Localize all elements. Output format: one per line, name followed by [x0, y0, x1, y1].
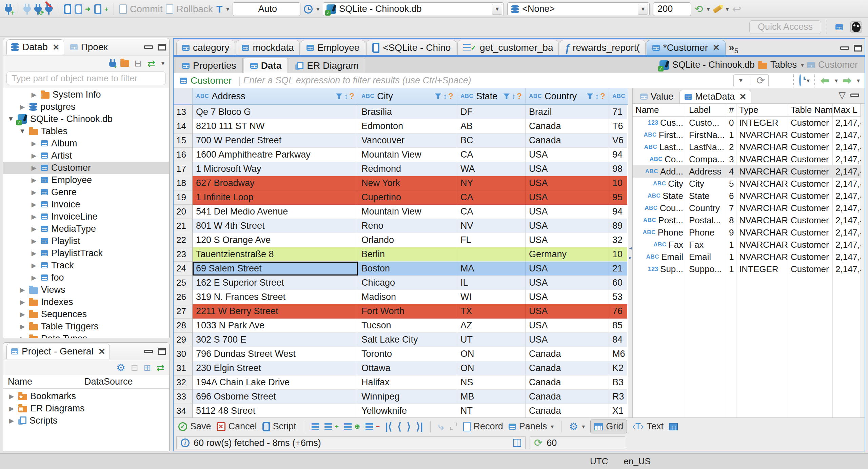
add-row-button[interactable]: + [324, 423, 339, 430]
twisty-icon[interactable]: ▶ [19, 310, 26, 318]
cell-postal[interactable]: 84 [609, 333, 627, 347]
cell-city[interactable]: New York [358, 176, 457, 190]
tree-item-indexes[interactable]: ▶Indexes [3, 296, 169, 308]
cell-country[interactable]: Canada [526, 390, 609, 404]
cell-city[interactable]: Redmond [358, 162, 457, 176]
meta-column-type[interactable]: Type [736, 104, 788, 116]
cell-country[interactable]: Canada [526, 375, 609, 390]
view-menu-icon[interactable]: ▽ [839, 90, 846, 101]
twisty-icon[interactable]: ▶ [19, 335, 26, 338]
edit-cell-button[interactable] [312, 423, 319, 430]
cell-country[interactable]: USA [526, 205, 609, 219]
cell-address[interactable]: 230 Elgin Street [193, 361, 358, 375]
twisty-icon[interactable]: ▶ [30, 262, 38, 269]
perspective-dbeaver-button[interactable] [850, 21, 862, 33]
project-item-scripts[interactable]: ▶Scripts [3, 414, 169, 427]
refresh-connection-button[interactable]: ⟲▾ [694, 4, 710, 14]
cell-state[interactable]: NS [457, 375, 526, 390]
cell-state[interactable]: ON [457, 347, 526, 361]
tree-item-sqlite-chinook-db[interactable]: ▼SQLite - Chinook.db [3, 113, 169, 125]
cell-state[interactable]: CA [457, 190, 526, 205]
new-folder-icon[interactable] [120, 60, 129, 67]
cell-country[interactable]: USA [526, 333, 609, 347]
row-number[interactable]: 17 [174, 162, 193, 176]
row-number[interactable]: 25 [174, 276, 193, 290]
minimize-icon[interactable] [144, 45, 153, 49]
cell-city[interactable]: Orlando [358, 233, 457, 247]
row-number[interactable]: 13 [174, 105, 193, 119]
cell-country[interactable]: USA [526, 219, 609, 233]
grid-corner[interactable] [174, 88, 193, 104]
last-row-button[interactable]: ⟩| [416, 422, 423, 432]
filter-icon[interactable] [587, 94, 593, 99]
cell-postal[interactable]: B3 [609, 375, 627, 390]
meta-row-country[interactable]: ABCCou...Country7NVARCHARCustomer2,147,4… [633, 202, 861, 214]
auto-refresh-icon[interactable] [799, 75, 801, 86]
tree-item-invoice[interactable]: ▶Invoice [3, 198, 169, 210]
cell-postal[interactable]: 94 [609, 205, 627, 219]
text-view-button[interactable]: ‹T›Text [632, 421, 664, 432]
transaction-mode-button[interactable]: T▾ [216, 4, 229, 14]
cell-country[interactable]: USA [526, 319, 609, 333]
column-header-postal[interactable]: ABC [609, 88, 627, 104]
row-number[interactable]: 23 [174, 247, 193, 262]
link-editor-icon[interactable]: ⇄ [147, 58, 155, 69]
fetch-next-icon[interactable]: ➡ [843, 75, 851, 86]
row-number[interactable]: 33 [174, 390, 193, 404]
collapse-left-icon[interactable]: ◂ [629, 245, 632, 251]
row-number[interactable]: 20 [174, 205, 193, 219]
meta-row-city[interactable]: ABCCityCity5NVARCHARCustomer2,147,483 [633, 178, 861, 190]
duplicate-row-button[interactable]: ⊕ [344, 423, 360, 430]
tree-item-employee[interactable]: ▶Employee [3, 174, 169, 186]
maximize-icon[interactable] [158, 44, 166, 50]
cell-address[interactable]: 1600 Amphitheatre Parkway [193, 148, 358, 162]
save-button[interactable]: ✓Save [178, 421, 211, 432]
tab-value[interactable]: Value [635, 90, 678, 103]
cell-country[interactable]: Germany [526, 247, 609, 262]
cell-country[interactable]: USA [526, 233, 609, 247]
editor-tab-mockdata[interactable]: mockdata [236, 40, 299, 55]
meta-column-table-name[interactable]: Table Name [788, 104, 833, 116]
cell-address[interactable]: 5112 48 Street [193, 404, 358, 417]
collapse-icon[interactable]: ⊟ [131, 363, 138, 373]
cell-city[interactable]: Brasília [358, 105, 457, 119]
meta-row-lastna-[interactable]: ABCLast...LastNa...2NVARCHARCustomer2,14… [633, 141, 861, 153]
close-icon[interactable]: ✕ [98, 347, 105, 356]
cell-city[interactable]: Toronto [358, 347, 457, 361]
cell-country[interactable]: Canada [526, 119, 609, 134]
cell-city[interactable]: Ottawa [358, 361, 457, 375]
switch-presentation-button[interactable] [669, 423, 678, 430]
cell-country[interactable]: Canada [526, 347, 609, 361]
chevron-down-icon[interactable]: ▾ [807, 77, 810, 84]
cell-city[interactable]: Cupertino [358, 190, 457, 205]
editor-tab-get-customer-ba[interactable]: ✓get_customer_ba [457, 40, 559, 55]
connection-combo[interactable]: SQLite - Chinook.db▼ [323, 2, 504, 16]
cell-address[interactable]: 801 W 4th Street [193, 219, 358, 233]
editor-tab--sqlite-chino[interactable]: <SQLite - Chino [366, 40, 456, 55]
tree-item-playlist[interactable]: ▶Playlist [3, 235, 169, 247]
cell-postal[interactable]: 95 [609, 190, 627, 205]
tree-item-customer[interactable]: ▶Customer [3, 162, 169, 174]
schema-combo[interactable]: <None>▼ [507, 2, 650, 16]
subtab-properties[interactable]: Properties [176, 58, 243, 73]
cell-country[interactable]: USA [526, 162, 609, 176]
meta-column-label[interactable]: Label [686, 104, 726, 116]
tree-item-foo[interactable]: ▶foo [3, 271, 169, 284]
close-icon[interactable]: ✕ [713, 43, 720, 53]
grid-view-button[interactable]: Grid [590, 420, 627, 433]
twisty-icon[interactable]: ▶ [30, 237, 38, 245]
sort-icon[interactable]: ↕ [512, 92, 515, 101]
cell-state[interactable]: MB [457, 390, 526, 404]
chevron-down-icon[interactable]: ▾ [801, 61, 804, 69]
twisty-icon[interactable]: ▶ [30, 140, 38, 147]
cell-postal[interactable]: V6 [609, 134, 627, 148]
cell-country[interactable]: Canada [526, 404, 609, 417]
rollback-button[interactable]: Rollback [166, 4, 213, 15]
subtab-data[interactable]: Data [244, 58, 288, 73]
cell-state[interactable]: NY [457, 176, 526, 190]
cell-city[interactable]: Edmonton [358, 119, 457, 134]
cell-state[interactable]: ON [457, 361, 526, 375]
cell-state[interactable]: WI [457, 290, 526, 304]
twisty-icon[interactable]: ▶ [19, 323, 26, 330]
transaction-auto-combo[interactable]: Auto [233, 2, 300, 16]
